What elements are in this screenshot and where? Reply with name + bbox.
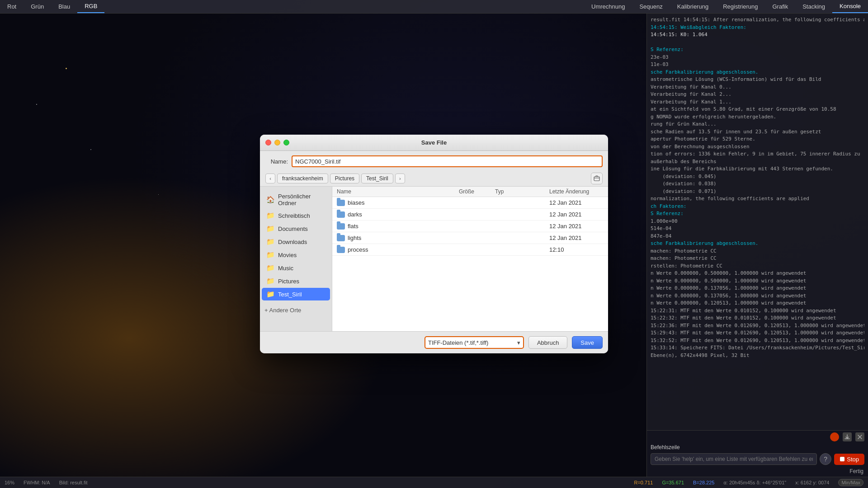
folder-icon xyxy=(337,200,345,206)
folder-icon: 🏠 xyxy=(266,196,275,204)
save-dialog: Save File Name: ‹ franksackenheim Pictur… xyxy=(260,135,608,353)
forward-arrow[interactable]: › xyxy=(395,174,405,183)
sidebar-item-personal[interactable]: 🏠 Persönlicher Ordner xyxy=(262,191,330,209)
sidebar-item-schreibtisch[interactable]: 📁 Schreibtisch xyxy=(262,209,330,222)
folder-icon: 📁 xyxy=(266,251,275,259)
traffic-lights xyxy=(265,140,289,145)
folder-icon: 📁 xyxy=(266,238,275,246)
dialog-title: Save File xyxy=(421,139,447,146)
filename-input[interactable] xyxy=(292,155,603,167)
breadcrumb-test-siril[interactable]: Test_Siril xyxy=(361,174,393,183)
sidebar-item-downloads[interactable]: 📁 Downloads xyxy=(262,235,330,248)
file-row-flats[interactable]: flats 12 Jan 2021 xyxy=(332,221,608,232)
back-arrow[interactable]: ‹ xyxy=(265,174,275,183)
file-row-lights[interactable]: lights 12 Jan 2021 xyxy=(332,232,608,244)
save-button[interactable]: Save xyxy=(572,336,603,349)
file-sidebar: 🏠 Persönlicher Ordner 📁 Schreibtisch 📁 D… xyxy=(260,187,332,331)
folder-icon xyxy=(337,247,345,253)
folder-icon: 📁 xyxy=(266,290,275,298)
maximize-button[interactable] xyxy=(283,140,289,145)
folder-icon xyxy=(337,211,345,218)
sidebar-item-documents[interactable]: 📁 Documents xyxy=(262,222,330,235)
file-list: Name Größe Typ Letzte Änderung biases 12… xyxy=(332,187,608,331)
folder-icon: 📁 xyxy=(266,277,275,285)
file-row-darks[interactable]: darks 12 Jan 2021 xyxy=(332,209,608,221)
file-pane: 🏠 Persönlicher Ordner 📁 Schreibtisch 📁 D… xyxy=(260,187,608,331)
cancel-button[interactable]: Abbruch xyxy=(528,336,567,349)
name-label: Name: xyxy=(265,158,288,165)
minimize-button[interactable] xyxy=(274,140,280,145)
col-header-type: Typ xyxy=(495,188,549,195)
name-row: Name: xyxy=(260,151,608,171)
file-list-header: Name Größe Typ Letzte Änderung xyxy=(332,187,608,197)
sidebar-item-test-siril[interactable]: 📁 Test_Siril xyxy=(262,288,330,300)
sidebar-item-movies[interactable]: 📁 Movies xyxy=(262,249,330,261)
new-folder-icon[interactable] xyxy=(591,173,603,184)
format-select-wrapper: TIFF-Dateien (*.tif,*.tiff) xyxy=(425,336,524,349)
svg-rect-1 xyxy=(594,177,599,181)
breadcrumb-pictures[interactable]: Pictures xyxy=(330,174,359,183)
folder-icon: 📁 xyxy=(266,211,275,220)
file-row-process[interactable]: process 12:10 xyxy=(332,244,608,256)
folder-icon xyxy=(337,223,345,230)
breadcrumb-row: ‹ franksackenheim Pictures Test_Siril › xyxy=(260,171,608,187)
col-header-date: Letzte Änderung xyxy=(549,188,604,195)
breadcrumb-franksackenheim[interactable]: franksackenheim xyxy=(277,174,328,183)
sidebar-item-pictures[interactable]: 📁 Pictures xyxy=(262,275,330,287)
folder-icon xyxy=(337,235,345,241)
folder-icon: 📁 xyxy=(266,225,275,233)
col-header-name: Name xyxy=(337,188,459,195)
dialog-bottom: TIFF-Dateien (*.tif,*.tiff) Abbruch Save xyxy=(260,331,608,353)
sidebar-add-location[interactable]: + Andere Orte xyxy=(260,305,332,316)
format-select[interactable]: TIFF-Dateien (*.tif,*.tiff) xyxy=(425,336,524,349)
dialog-titlebar: Save File xyxy=(260,135,608,151)
close-button[interactable] xyxy=(265,140,271,145)
folder-icon: 📁 xyxy=(266,264,275,272)
file-row-biases[interactable]: biases 12 Jan 2021 xyxy=(332,197,608,209)
sidebar-item-music[interactable]: 📁 Music xyxy=(262,262,330,274)
sidebar-divider xyxy=(260,301,332,305)
col-header-size: Größe xyxy=(459,188,495,195)
dialog-overlay: Save File Name: ‹ franksackenheim Pictur… xyxy=(0,0,868,488)
